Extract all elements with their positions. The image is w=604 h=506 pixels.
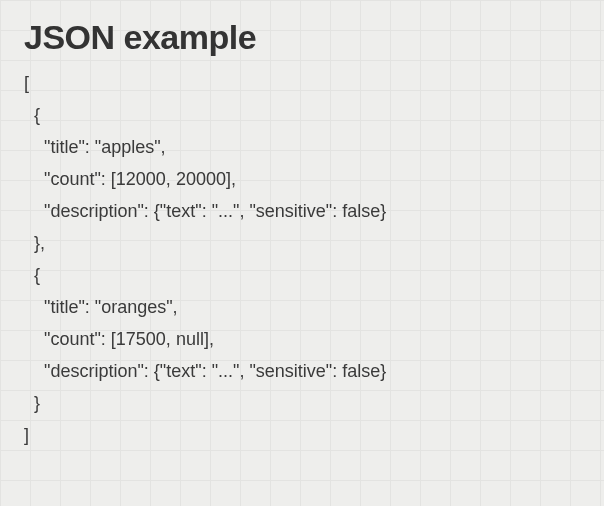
code-line: "title": "oranges",	[24, 291, 580, 323]
code-line: [	[24, 67, 580, 99]
code-line: "description": {"text": "...", "sensitiv…	[24, 195, 580, 227]
json-code-block: [ { "title": "apples", "count": [12000, …	[24, 67, 580, 451]
page-heading: JSON example	[24, 18, 580, 57]
code-line: "title": "apples",	[24, 131, 580, 163]
code-line: {	[24, 99, 580, 131]
code-line: "count": [12000, 20000],	[24, 163, 580, 195]
code-line: ]	[24, 419, 580, 451]
code-line: "description": {"text": "...", "sensitiv…	[24, 355, 580, 387]
code-line: }	[24, 387, 580, 419]
code-line: {	[24, 259, 580, 291]
code-line: },	[24, 227, 580, 259]
code-line: "count": [17500, null],	[24, 323, 580, 355]
